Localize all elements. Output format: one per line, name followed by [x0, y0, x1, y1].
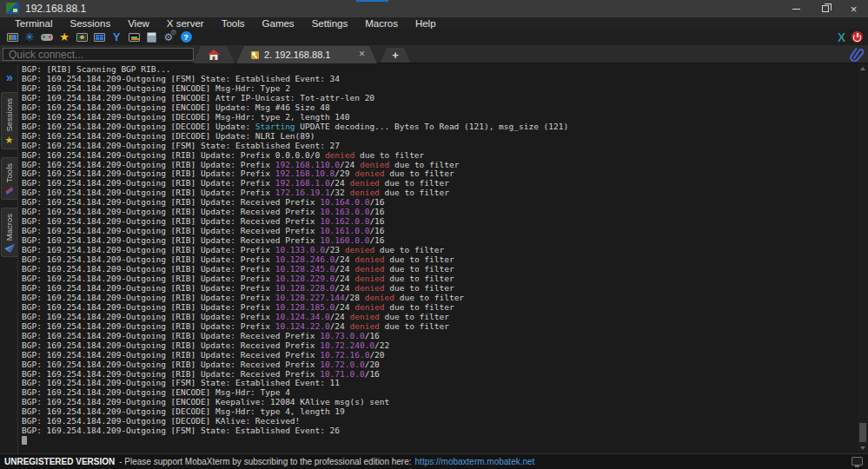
- active-tab-label: 2. 192.168.88.1: [264, 50, 330, 60]
- terminal-output: BGP: [RIB] Scanning BGP RIB...BGP: 169.2…: [22, 65, 568, 446]
- toolbar: ✳ ★ Y ⚙ ? X: [0, 29, 868, 45]
- menu-bar: TerminalSessionsViewX serverToolsGamesSe…: [0, 17, 868, 29]
- mobatek-link[interactable]: https://mobaxterm.mobatek.net: [415, 457, 535, 466]
- tools-icon: [4, 186, 14, 195]
- plus-icon: +: [392, 50, 399, 61]
- terminal-area[interactable]: » Sessions ★ Tools Macros BGP: [RIB]: [0, 63, 868, 453]
- quick-connect-input[interactable]: [3, 48, 194, 61]
- sessions-star-button[interactable]: ★: [56, 30, 73, 44]
- top-accent-strip: [356, 0, 388, 2]
- status-bar: UNREGISTERED VERSION - Please support Mo…: [0, 453, 868, 469]
- scroll-up-icon[interactable]: [860, 67, 865, 70]
- sessions-tab-label: Sessions: [4, 98, 14, 132]
- status-message: - Please support MobaXterm by subscribin…: [119, 457, 411, 466]
- maximize-icon: [822, 5, 829, 12]
- session-button[interactable]: [3, 30, 21, 44]
- settings-button[interactable]: ⚙: [160, 30, 177, 44]
- tunneling-icon: Y: [113, 31, 121, 43]
- home-icon: [208, 50, 220, 60]
- sidebar-expand-icon[interactable]: »: [6, 70, 11, 84]
- sessions-star-icon: ★: [5, 135, 14, 145]
- attach-paperclip-icon[interactable]: [850, 46, 864, 65]
- tunneling-button[interactable]: Y: [108, 30, 125, 44]
- menu-item-sessions[interactable]: Sessions: [61, 18, 119, 29]
- tools-tab-label: Tools: [4, 163, 14, 182]
- macros-plane-icon: [4, 244, 15, 253]
- help-icon: ?: [181, 31, 192, 43]
- mobaxterm-window: 192.168.88.1 × TerminalSessionsViewX ser…: [0, 0, 868, 469]
- packages-button[interactable]: [125, 30, 142, 44]
- sidebar-tab-sessions[interactable]: Sessions ★: [1, 92, 17, 149]
- games-icon: [41, 34, 53, 41]
- menu-item-macros[interactable]: Macros: [356, 18, 407, 29]
- terminal-scrollbar[interactable]: [858, 63, 868, 453]
- window-title: 192.168.88.1: [25, 3, 86, 15]
- servers-button[interactable]: ✳: [21, 30, 38, 44]
- menu-item-help[interactable]: Help: [407, 18, 445, 29]
- active-session-tab[interactable]: 2. 192.168.88.1 ×: [236, 46, 377, 63]
- help-button[interactable]: ?: [177, 30, 195, 44]
- exit-power-button[interactable]: [851, 31, 863, 43]
- menu-item-settings[interactable]: Settings: [303, 18, 357, 29]
- x-server-button[interactable]: X: [838, 30, 845, 44]
- packages-icon: [129, 33, 140, 42]
- app-logo-icon: [6, 3, 19, 14]
- gear-icon: ⚙: [164, 31, 174, 43]
- multiexec-button[interactable]: [73, 30, 90, 44]
- menu-item-view[interactable]: View: [119, 18, 158, 29]
- scrollbar-thumb[interactable]: [859, 423, 866, 442]
- minimize-button[interactable]: [782, 0, 811, 17]
- scroll-down-icon[interactable]: [860, 446, 865, 450]
- tab-bar: 2. 192.168.88.1 × +: [0, 45, 868, 63]
- home-tab[interactable]: [193, 46, 235, 63]
- maximize-button[interactable]: [811, 0, 839, 17]
- package-icon: [147, 32, 156, 43]
- macros-tab-label: Macros: [4, 214, 14, 241]
- tab-close-icon[interactable]: ×: [359, 48, 365, 60]
- terminal-cursor-line: [22, 436, 568, 446]
- star-icon: ★: [59, 31, 70, 43]
- mobapt-button[interactable]: [142, 30, 160, 44]
- close-icon: ×: [851, 3, 858, 15]
- terminal-cursor: [22, 436, 27, 445]
- sidebar-tab-macros[interactable]: Macros: [1, 208, 17, 257]
- session-icon: [7, 33, 18, 42]
- title-bar: 192.168.88.1 ×: [0, 0, 868, 17]
- new-tab-button[interactable]: +: [381, 48, 410, 63]
- display-status-icon: [851, 457, 863, 466]
- split-view-button[interactable]: [90, 30, 108, 44]
- games-button[interactable]: [38, 30, 56, 44]
- menu-item-x-server[interactable]: X server: [158, 18, 213, 29]
- multiexec-icon: [76, 33, 88, 42]
- terminal-line: BGP: 169.254.184.209-Outgoing [FSM] Stat…: [22, 426, 568, 436]
- menu-item-tools[interactable]: Tools: [213, 18, 254, 29]
- split-view-icon: [94, 33, 105, 42]
- servers-icon: ✳: [25, 31, 35, 43]
- menu-item-terminal[interactable]: Terminal: [6, 18, 61, 29]
- sidebar-tab-tools[interactable]: Tools: [1, 157, 17, 200]
- close-button[interactable]: ×: [839, 0, 868, 17]
- session-key-icon: [250, 50, 260, 60]
- minimize-icon: [792, 9, 800, 10]
- unregistered-version-label: UNREGISTERED VERSION: [4, 457, 115, 466]
- left-sidebar: » Sessions ★ Tools Macros: [0, 63, 18, 453]
- menu-item-games[interactable]: Games: [254, 18, 303, 29]
